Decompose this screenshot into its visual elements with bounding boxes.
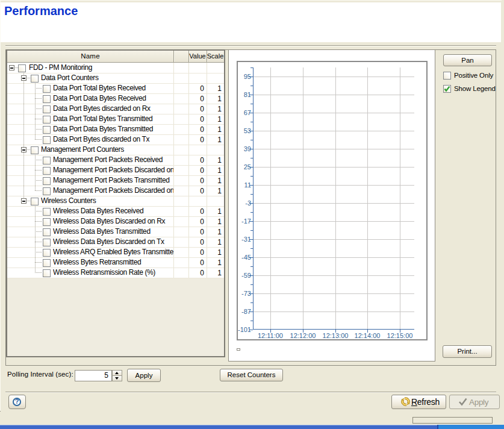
svg-text:39: 39 — [244, 145, 251, 152]
svg-text:-45: -45 — [241, 254, 251, 261]
svg-text:-31: -31 — [241, 236, 251, 243]
svg-text:53: 53 — [244, 127, 251, 134]
svg-text:-3: -3 — [245, 199, 251, 207]
svg-text:-17: -17 — [241, 218, 251, 225]
svg-text:-59: -59 — [241, 272, 251, 279]
svg-text:-101: -101 — [238, 326, 251, 333]
svg-text:95: 95 — [244, 73, 251, 80]
svg-text:11: 11 — [244, 181, 251, 189]
svg-text:81: 81 — [244, 91, 251, 98]
svg-text:-87: -87 — [241, 308, 251, 315]
svg-text:67: 67 — [244, 109, 251, 116]
svg-text:12:12:00: 12:12:00 — [290, 332, 316, 339]
svg-text:12:14:00: 12:14:00 — [355, 332, 381, 339]
svg-text:12:11:00: 12:11:00 — [258, 332, 283, 339]
svg-text:12:15:00: 12:15:00 — [387, 332, 413, 339]
svg-text:25: 25 — [244, 163, 251, 171]
svg-text:-73: -73 — [241, 290, 251, 297]
svg-text:12:13:00: 12:13:00 — [323, 332, 349, 339]
